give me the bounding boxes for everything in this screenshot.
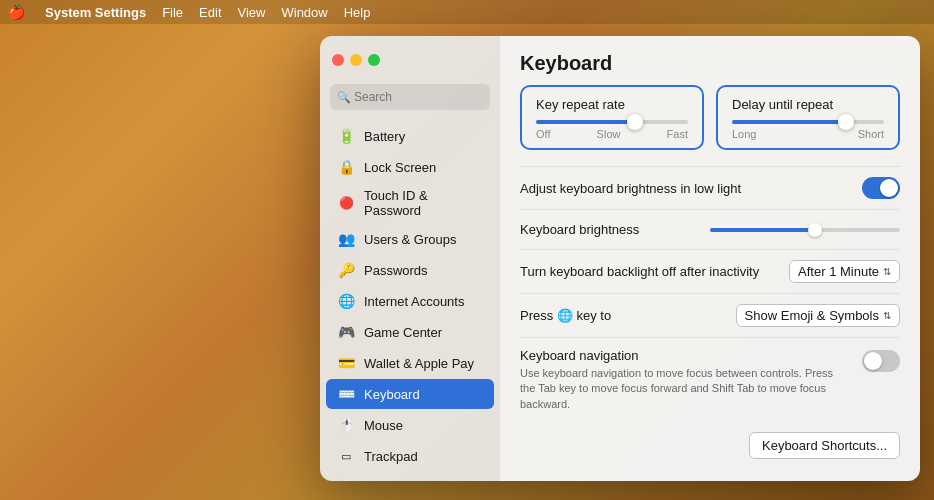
key-repeat-track[interactable]: [536, 120, 688, 124]
mouse-icon: 🖱️: [336, 415, 356, 435]
sliders-row: Key repeat rate Off Slow Fast Delay unti…: [520, 85, 900, 150]
search-container: 🔍: [330, 84, 490, 110]
sidebar-item-users-groups[interactable]: 👥 Users & Groups: [326, 224, 494, 254]
maximize-button[interactable]: [368, 54, 380, 66]
delay-repeat-track[interactable]: [732, 120, 884, 124]
sidebar-label-mouse: Mouse: [364, 418, 403, 433]
passwords-icon: 🔑: [336, 260, 356, 280]
key-repeat-labels: Off Slow Fast: [536, 128, 688, 140]
app-name[interactable]: System Settings: [45, 5, 146, 20]
lock-icon: 🔒: [336, 157, 356, 177]
apple-menu[interactable]: 🍎: [8, 4, 25, 20]
sidebar-item-passwords[interactable]: 🔑 Passwords: [326, 255, 494, 285]
backlight-dropdown[interactable]: After 1 Minute ⇅: [789, 260, 900, 283]
minimize-button[interactable]: [350, 54, 362, 66]
internet-icon: 🌐: [336, 291, 356, 311]
row-press-key: Press 🌐 key to Show Emoji & Symbols ⇅: [520, 293, 900, 337]
sidebar-item-game-center[interactable]: 🎮 Game Center: [326, 317, 494, 347]
row-brightness-slider: Keyboard brightness: [520, 209, 900, 249]
chevron-updown-icon2: ⇅: [883, 310, 891, 321]
brightness-slider-label: Keyboard brightness: [520, 222, 710, 237]
touchid-icon: 🔴: [336, 193, 356, 213]
press-key-dropdown-value: Show Emoji & Symbols: [745, 308, 879, 323]
chevron-updown-icon: ⇅: [883, 266, 891, 277]
content-panel: Keyboard Key repeat rate Off Slow Fast: [500, 36, 920, 481]
sidebar-item-battery[interactable]: 🔋 Battery: [326, 121, 494, 151]
key-repeat-rate-box: Key repeat rate Off Slow Fast: [520, 85, 704, 150]
sidebar-item-internet-accounts[interactable]: 🌐 Internet Accounts: [326, 286, 494, 316]
delay-repeat-labels: Long Short: [732, 128, 884, 140]
press-key-dropdown[interactable]: Show Emoji & Symbols ⇅: [736, 304, 900, 327]
brightness-slider-container: [710, 228, 900, 232]
sidebar-item-mouse[interactable]: 🖱️ Mouse: [326, 410, 494, 440]
sidebar-label-printers: Printers & Scanners: [364, 480, 480, 482]
content-header: Keyboard: [500, 36, 920, 85]
sidebar-label-passwords: Passwords: [364, 263, 428, 278]
sidebar-item-lock-screen[interactable]: 🔒 Lock Screen: [326, 152, 494, 182]
printer-icon: 🖨️: [336, 477, 356, 481]
sidebar-label-game-center: Game Center: [364, 325, 442, 340]
search-input[interactable]: [330, 84, 490, 110]
key-repeat-label: Key repeat rate: [536, 97, 688, 112]
delay-repeat-label: Delay until repeat: [732, 97, 884, 112]
brightness-thumb[interactable]: [808, 223, 822, 237]
brightness-toggle[interactable]: [862, 177, 900, 199]
sidebar-label-keyboard: Keyboard: [364, 387, 420, 402]
menu-view[interactable]: View: [238, 5, 266, 20]
text-input-section-header: Text Input: [520, 465, 900, 481]
close-button[interactable]: [332, 54, 344, 66]
key-repeat-fill: [536, 120, 635, 124]
key-repeat-off: Off: [536, 128, 550, 140]
nav-toggle-knob: [864, 352, 882, 370]
sidebar-item-printers[interactable]: 🖨️ Printers & Scanners: [326, 472, 494, 481]
sidebar-item-wallet[interactable]: 💳 Wallet & Apple Pay: [326, 348, 494, 378]
titlebar: [320, 36, 500, 84]
delay-long: Long: [732, 128, 756, 140]
delay-repeat-fill: [732, 120, 846, 124]
search-icon: 🔍: [337, 91, 351, 104]
delay-repeat-thumb[interactable]: [838, 114, 854, 130]
menu-window[interactable]: Window: [281, 5, 327, 20]
sidebar-label-wallet: Wallet & Apple Pay: [364, 356, 474, 371]
backlight-dropdown-value: After 1 Minute: [798, 264, 879, 279]
row-keyboard-nav: Keyboard navigation Use keyboard navigat…: [520, 337, 900, 422]
game-icon: 🎮: [336, 322, 356, 342]
keyboard-nav-label: Keyboard navigation: [520, 348, 639, 363]
brightness-toggle-label: Adjust keyboard brightness in low light: [520, 181, 862, 196]
key-repeat-slow: Slow: [597, 128, 621, 140]
keyboard-shortcuts-button[interactable]: Keyboard Shortcuts...: [749, 432, 900, 459]
delay-short: Short: [858, 128, 884, 140]
brightness-fill: [710, 228, 815, 232]
row-backlight-off: Turn keyboard backlight off after inacti…: [520, 249, 900, 293]
menu-help[interactable]: Help: [344, 5, 371, 20]
battery-icon: 🔋: [336, 126, 356, 146]
keyboard-nav-label-container: Keyboard navigation Use keyboard navigat…: [520, 348, 852, 412]
key-repeat-fast: Fast: [667, 128, 688, 140]
toggle-knob: [880, 179, 898, 197]
backlight-off-label: Turn keyboard backlight off after inacti…: [520, 264, 789, 279]
menu-file[interactable]: File: [162, 5, 183, 20]
users-icon: 👥: [336, 229, 356, 249]
page-title: Keyboard: [520, 52, 900, 75]
sidebar-label-trackpad: Trackpad: [364, 449, 418, 464]
menubar: 🍎 System Settings File Edit View Window …: [0, 0, 934, 24]
trackpad-icon: ▭: [336, 446, 356, 466]
menu-edit[interactable]: Edit: [199, 5, 221, 20]
sidebar-list: 🔋 Battery 🔒 Lock Screen 🔴 Touch ID & Pas…: [320, 118, 500, 481]
sidebar-label-touch-id: Touch ID & Password: [364, 188, 484, 218]
shortcuts-row: Keyboard Shortcuts...: [520, 422, 900, 465]
sidebar-label-users-groups: Users & Groups: [364, 232, 456, 247]
keyboard-icon: ⌨️: [336, 384, 356, 404]
brightness-track[interactable]: [710, 228, 900, 232]
keyboard-nav-toggle[interactable]: [862, 350, 900, 372]
keyboard-nav-sublabel: Use keyboard navigation to move focus be…: [520, 366, 840, 412]
sidebar-item-trackpad[interactable]: ▭ Trackpad: [326, 441, 494, 471]
sidebar-item-touch-id[interactable]: 🔴 Touch ID & Password: [326, 183, 494, 223]
key-repeat-thumb[interactable]: [627, 114, 643, 130]
sidebar-label-lock-screen: Lock Screen: [364, 160, 436, 175]
sidebar-label-battery: Battery: [364, 129, 405, 144]
sidebar-label-internet-accounts: Internet Accounts: [364, 294, 464, 309]
sidebar-item-keyboard[interactable]: ⌨️ Keyboard: [326, 379, 494, 409]
wallet-icon: 💳: [336, 353, 356, 373]
sidebar: 🔍 🔋 Battery 🔒 Lock Screen 🔴 Touch ID & P…: [320, 36, 500, 481]
